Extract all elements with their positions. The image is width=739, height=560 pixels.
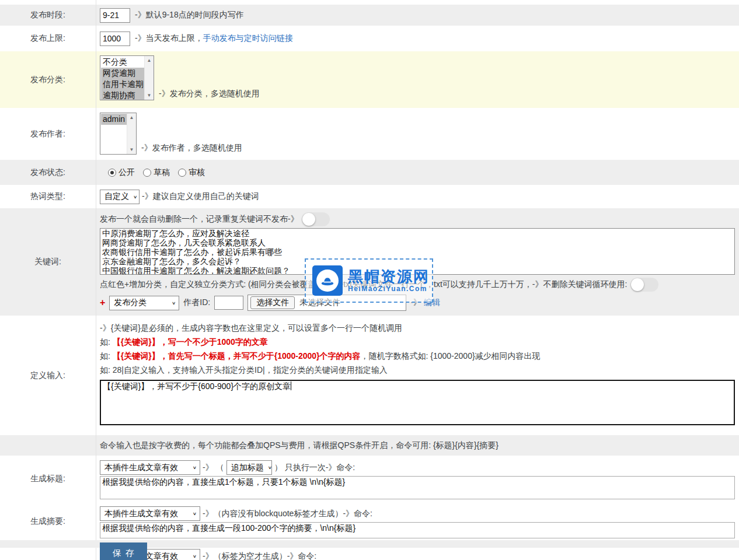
category-option[interactable]: 不分类: [101, 57, 144, 68]
row-qps-note: 命令输入也是按字收费的，每个功能都会叠加QPS与费用，请根据QPS条件开启，命令…: [0, 435, 739, 456]
publish-author-scrollbar[interactable]: ▲ ▼: [127, 113, 136, 154]
keywords-label: 关键词:: [0, 208, 96, 316]
publish-limit-input[interactable]: [100, 32, 130, 46]
chevron-down-icon: ∨: [193, 465, 197, 470]
author-id-label: 作者ID:: [183, 298, 210, 308]
gen-bottom-controls: 本插件生成文章有效 ∨ -》（标签为空才生成）-》命令:: [100, 549, 739, 560]
publish-category-listbox[interactable]: 不分类 网贷逾期 信用卡逾期 逾期协商 ▲ ▼: [100, 55, 154, 100]
watermark-text: 黑帽资源网 HeiMaoZiYuan.Com: [348, 268, 430, 293]
define-input-example2: 如: 【{关键词}】，首先写一个标题，并写不少于{1000-2000}个字的内容…: [100, 351, 739, 360]
radio-label: 审核: [189, 167, 205, 178]
author-id-input[interactable]: [214, 296, 243, 310]
radio-icon[interactable]: [178, 169, 186, 177]
gen-title-label: 生成标题:: [0, 456, 96, 502]
select-value: 追加标题: [231, 463, 264, 473]
settings-page: 发布时段: -》默认9-18点的时间段内写作 发布上限: -》当天发布上限，手动…: [0, 0, 739, 560]
paren-close: ）: [274, 463, 283, 473]
top-strip-content: [96, 0, 739, 5]
author-option[interactable]: admin: [101, 114, 127, 125]
example1-red-text: 【{关键词}】，写一个不少于1000字的文章: [113, 337, 268, 346]
scroll-down-icon[interactable]: ▼: [130, 147, 134, 152]
gen-abstract-label: 生成摘要:: [0, 502, 96, 540]
choose-file-button[interactable]: 选择文件: [250, 296, 295, 309]
radio-option-review[interactable]: 审核: [178, 167, 205, 178]
publish-time-content: -》默认9-18点的时间段内写作: [96, 5, 739, 26]
top-strip: [0, 0, 739, 5]
toggle-knob: [302, 213, 315, 226]
define-input-example3: 如: 28|自定义输入，支持输入开头指定分类ID|，指定分类的关键词使用指定输入: [100, 365, 739, 374]
category-option[interactable]: 信用卡逾期: [101, 79, 144, 90]
publish-time-label: 发布时段:: [0, 5, 96, 26]
gen-abstract-content: 本插件生成文章有效 ∨ -》（内容没有blockquote标签才生成）-》命令:…: [96, 502, 739, 540]
hat-icon: [316, 270, 339, 292]
row-publish-status: 发布状态: 公开 草稿 审核: [0, 160, 739, 185]
hotword-type-content: 自定义 ∨ -》建议自定义使用自己的关键词: [96, 185, 739, 208]
manual-publish-link[interactable]: 手动发布与定时访问链接: [203, 33, 293, 44]
auto-delete-toggle[interactable]: [302, 212, 330, 226]
scroll-up-icon[interactable]: ▲: [147, 58, 152, 63]
radio-label: 公开: [118, 167, 135, 178]
row-hotword-type: 热词类型: 自定义 ∨ -》建议自定义使用自己的关键词: [0, 185, 739, 208]
publish-category-label: 发布分类:: [0, 51, 96, 108]
gen-title-append-select[interactable]: 追加标题 ∨: [226, 460, 272, 475]
radio-option-public[interactable]: 公开: [108, 167, 135, 178]
gen-bottom-hint: -》（标签为空才生成）-》命令:: [203, 551, 316, 560]
publish-author-label: 发布作者:: [0, 108, 96, 160]
paren-open: （: [216, 463, 224, 473]
publish-author-listbox[interactable]: admin ▲ ▼: [100, 113, 137, 155]
watermark-title: 黑帽资源网: [348, 268, 430, 285]
radio-selected-icon[interactable]: [108, 169, 116, 177]
gen-bottom-content: 本插件生成文章有效 ∨ -》（标签为空才生成）-》命令:: [96, 548, 739, 560]
gen-abstract-mode-select[interactable]: 本插件生成文章有效 ∨: [100, 506, 200, 521]
gen-title-controls: 本插件生成文章有效 ∨ -》 （ 追加标题 ∨ ） 只执行一次-》命令:: [100, 460, 739, 475]
gen-title-mode-select[interactable]: 本插件生成文章有效 ∨: [100, 460, 200, 475]
gen-title-rest-text: 只执行一次-》命令:: [285, 463, 355, 473]
watermark: 黑帽资源网 HeiMaoZiYuan.Com: [305, 258, 433, 303]
publish-category-options: 不分类 网贷逾期 信用卡逾期 逾期协商: [100, 56, 144, 100]
publish-category-scrollbar[interactable]: ▲ ▼: [144, 56, 154, 100]
example-prefix: 如:: [100, 337, 113, 346]
publish-author-options: admin: [100, 113, 127, 154]
qps-note-label-cell: [0, 435, 96, 456]
separator-label-cell: [0, 540, 96, 548]
row-define-input: 定义输入: -》{关键词}是必须的，生成内容字数也在这里定义，可以设置多个一行一…: [0, 316, 739, 435]
radio-option-draft[interactable]: 草稿: [143, 167, 170, 178]
gen-abstract-command-textarea[interactable]: 根据我提供给你的内容，直接生成一段100-200个字的摘要，\n\n{标题}: [100, 522, 735, 538]
chevron-down-icon: ∨: [193, 554, 197, 558]
top-strip-label-cell: [0, 0, 96, 5]
define-input-line1: -》{关键词}是必须的，生成内容字数也在这里定义，可以设置多个一行一个随机调用: [100, 323, 739, 332]
keep-keywords-toggle[interactable]: [630, 278, 658, 292]
watermark-subtitle: HeiMaoZiYuan.Com: [348, 285, 430, 293]
publish-time-input[interactable]: [100, 8, 130, 23]
radio-icon[interactable]: [143, 169, 151, 177]
save-button[interactable]: 保存: [100, 542, 147, 560]
select-value: 自定义: [104, 191, 129, 202]
gen-abstract-controls: 本插件生成文章有效 ∨ -》（内容没有blockquote标签才生成）-》命令:: [100, 506, 739, 521]
define-input-textarea[interactable]: 【{关键词}】，并写不少于{600-900}个字的原创文章: [100, 380, 735, 425]
gen-bottom-label-cell: [0, 548, 96, 560]
select-value: 本插件生成文章有效: [104, 509, 178, 519]
define-input-label: 定义输入:: [0, 316, 96, 435]
gen-title-command-textarea[interactable]: 根据我提供给你的内容，直接生成1个标题，只要1个标题 \n\n{标题}: [100, 476, 735, 499]
example-prefix: 如:: [100, 351, 113, 360]
arrow-text: -》: [203, 463, 214, 473]
scroll-up-icon[interactable]: ▲: [130, 115, 134, 120]
select-value: 发布分类: [114, 298, 147, 308]
category-option[interactable]: 网贷逾期: [101, 68, 144, 79]
chevron-down-icon: ∨: [193, 511, 197, 516]
publish-limit-content: -》当天发布上限，手动发布与定时访问链接: [96, 26, 739, 51]
add-category-button[interactable]: +: [100, 298, 105, 308]
row-publish-time: 发布时段: -》默认9-18点的时间段内写作: [0, 5, 739, 26]
scroll-down-icon[interactable]: ▼: [147, 93, 152, 98]
category-option[interactable]: 逾期协商: [101, 90, 144, 100]
hotword-type-select[interactable]: 自定义 ∨: [100, 190, 140, 204]
define-input-example1: 如: 【{关键词}】，写一个不少于1000字的文章: [100, 337, 739, 346]
row-publish-author: 发布作者: admin ▲ ▼ -》发布作者，多选随机使用: [0, 108, 739, 160]
toggle-knob: [631, 278, 644, 291]
publish-author-content: admin ▲ ▼ -》发布作者，多选随机使用: [96, 108, 739, 160]
hotword-type-hint: -》建议自定义使用自己的关键词: [142, 191, 259, 202]
watermark-logo: [312, 265, 343, 296]
keywords-category-select[interactable]: 发布分类 ∨: [109, 296, 179, 310]
hotword-type-label: 热词类型:: [0, 185, 96, 208]
row-gen-abstract: 生成摘要: 本插件生成文章有效 ∨ -》（内容没有blockquote标签才生成…: [0, 502, 739, 540]
